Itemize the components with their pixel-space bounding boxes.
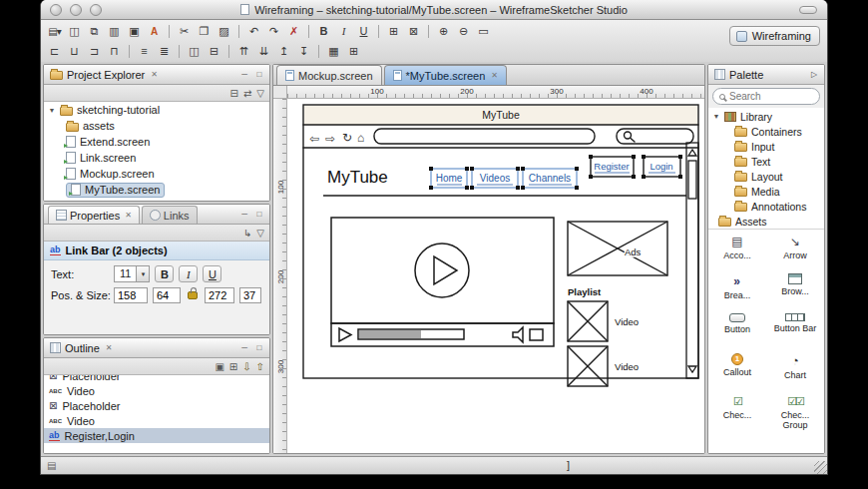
lock-button[interactable]: ⊠ bbox=[404, 23, 423, 40]
palette-tree-library[interactable]: ▼ Library bbox=[708, 109, 824, 124]
palette-item-accordion[interactable]: ▤ Acco... bbox=[708, 234, 766, 273]
maximize-view-button[interactable]: □ bbox=[253, 70, 265, 79]
palette-tree-media[interactable]: Media bbox=[708, 184, 824, 199]
presentation-button[interactable]: ▭ bbox=[474, 23, 493, 40]
nav-link-videos[interactable]: Videos bbox=[480, 173, 510, 184]
outline-item-placeholder[interactable]: ⊠ Placeholder bbox=[44, 375, 269, 383]
zoom-out-button[interactable]: ⊖ bbox=[454, 23, 473, 40]
minimize-view-button[interactable]: ─ bbox=[238, 210, 250, 219]
outline-item-register-login[interactable]: ab Register,Login bbox=[44, 428, 269, 443]
palette-tree-input[interactable]: Input bbox=[708, 139, 824, 154]
tree-item-mockup-screen[interactable]: Mockup.screen bbox=[44, 166, 269, 182]
minimize-view-button[interactable]: ─ bbox=[238, 343, 250, 352]
x-field[interactable] bbox=[114, 287, 148, 303]
copy-button[interactable]: ❐ bbox=[195, 23, 214, 40]
bold-toggle-button[interactable]: B bbox=[155, 265, 174, 282]
perspective-button-wireframing[interactable]: Wireframing bbox=[729, 26, 820, 46]
undo-button[interactable]: ↶ bbox=[244, 23, 263, 40]
width-field[interactable] bbox=[205, 287, 234, 303]
link-with-editor-button[interactable]: ⇄ bbox=[243, 88, 251, 99]
align-left-button[interactable]: ⊏ bbox=[45, 43, 64, 60]
print-button[interactable]: ▥ bbox=[105, 23, 124, 40]
close-icon[interactable]: ✕ bbox=[491, 71, 498, 80]
palette-item-button-bar[interactable]: Button Bar bbox=[766, 313, 824, 353]
maximize-view-button[interactable]: □ bbox=[253, 210, 265, 219]
palette-item-button[interactable]: Button bbox=[708, 313, 766, 353]
nav-link-channels[interactable]: Channels bbox=[529, 173, 571, 184]
palette-tree-assets[interactable]: Assets bbox=[708, 214, 824, 229]
bring-forward-button[interactable]: ⇈ bbox=[234, 43, 253, 60]
tab-palette[interactable]: Palette bbox=[712, 69, 765, 81]
palette-item-checkbox[interactable]: ☑ Chec... bbox=[708, 393, 766, 433]
nav-link-home[interactable]: Home bbox=[436, 173, 463, 184]
palette-tree-layout[interactable]: Layout bbox=[708, 169, 824, 184]
tab-properties[interactable]: Properties ✕ bbox=[48, 206, 140, 224]
mockup-logo-text[interactable]: MyTube bbox=[327, 168, 388, 187]
export-pdf-button[interactable]: A bbox=[145, 23, 164, 40]
close-icon[interactable]: ✕ bbox=[106, 343, 113, 352]
zoom-in-button[interactable]: ⊕ bbox=[434, 23, 453, 40]
list-view-button[interactable]: ⊞ bbox=[229, 361, 237, 372]
thumbnail-view-button[interactable]: ▣ bbox=[215, 361, 223, 372]
match-width-button[interactable]: ◫ bbox=[185, 43, 204, 60]
redo-button[interactable]: ↷ bbox=[264, 23, 283, 40]
palette-tree-containers[interactable]: Containers bbox=[708, 124, 824, 139]
lock-aspect-icon[interactable] bbox=[188, 291, 198, 299]
palette-tree-text[interactable]: Text bbox=[708, 154, 824, 169]
view-menu-button[interactable]: ▽ bbox=[256, 228, 264, 239]
close-icon[interactable]: ✕ bbox=[151, 70, 158, 79]
palette-item-breadcrumb[interactable]: » Brea... bbox=[708, 273, 766, 313]
outline-item-placeholder[interactable]: ⊠ Placeholder bbox=[44, 398, 269, 413]
expand-arrow-icon[interactable]: ▼ bbox=[48, 107, 56, 114]
tree-item-link-screen[interactable]: Link.screen bbox=[44, 150, 269, 166]
palette-item-arrow[interactable]: ↘ Arrow bbox=[766, 234, 824, 273]
pin-view-button[interactable]: ↳ bbox=[243, 228, 251, 239]
tab-links[interactable]: Links bbox=[142, 206, 198, 224]
table-button[interactable]: ⊞ bbox=[344, 43, 363, 60]
palette-item-checkbox-group[interactable]: ☑☑ Chec... Group bbox=[766, 393, 824, 433]
palette-search[interactable] bbox=[712, 88, 820, 105]
delete-button[interactable]: ✗ bbox=[284, 23, 303, 40]
maximize-view-button[interactable]: □ bbox=[253, 343, 265, 352]
italic-toggle-button[interactable]: I bbox=[179, 265, 198, 282]
register-button[interactable]: Register bbox=[594, 161, 629, 172]
minimize-view-button[interactable]: ─ bbox=[238, 70, 250, 79]
distribute-h-button[interactable]: ≡ bbox=[135, 43, 154, 60]
close-window-button[interactable] bbox=[50, 4, 62, 16]
palette-tree-annotations[interactable]: Annotations bbox=[708, 199, 824, 214]
resize-grip[interactable] bbox=[814, 461, 827, 474]
login-button[interactable]: Login bbox=[650, 161, 672, 172]
collapse-all-button[interactable]: ⊟ bbox=[230, 88, 238, 99]
palette-item-browser[interactable]: Brow... bbox=[766, 273, 824, 313]
tree-item-mytube-screen[interactable]: MyTube.screen bbox=[44, 182, 269, 198]
zoom-window-button[interactable] bbox=[90, 4, 102, 16]
export-image-button[interactable]: ▣ bbox=[125, 23, 144, 40]
minimize-window-button[interactable] bbox=[70, 4, 82, 16]
editor-tab-mytube[interactable]: *MyTube.screen ✕ bbox=[384, 65, 507, 85]
align-bottom-button[interactable]: ⊔ bbox=[65, 43, 84, 60]
save-all-button[interactable]: ⧉ bbox=[85, 23, 104, 40]
italic-button[interactable]: I bbox=[334, 23, 353, 40]
tab-outline[interactable]: Outline ✕ bbox=[48, 342, 115, 354]
tree-item-project[interactable]: ▼ sketching-tutorial bbox=[44, 102, 269, 118]
toolbar-toggle-button[interactable] bbox=[799, 6, 817, 14]
close-icon[interactable]: ✕ bbox=[125, 211, 132, 220]
outline-item-video[interactable]: ABC Video bbox=[44, 413, 269, 428]
send-backward-button[interactable]: ⇊ bbox=[254, 43, 273, 60]
palette-item-chart[interactable]: ◔ Chart bbox=[766, 353, 824, 393]
save-button[interactable]: ◫ bbox=[65, 23, 84, 40]
height-field[interactable] bbox=[239, 287, 261, 303]
font-size-combo[interactable]: 11 ▾ bbox=[114, 265, 150, 282]
palette-item-callout[interactable]: 1 Callout bbox=[708, 353, 766, 393]
search-input[interactable] bbox=[729, 91, 809, 102]
raise-button[interactable]: ↥ bbox=[274, 43, 293, 60]
move-down-button[interactable]: ⇩ bbox=[242, 361, 250, 372]
underline-button[interactable]: U bbox=[354, 23, 373, 40]
cut-button[interactable]: ✂ bbox=[175, 23, 194, 40]
outline-item-video[interactable]: ABC Video bbox=[44, 383, 269, 398]
align-right-button[interactable]: ⊐ bbox=[85, 43, 104, 60]
expand-arrow-icon[interactable]: ▼ bbox=[712, 113, 720, 120]
new-wireframe-button[interactable]: ▤▾ bbox=[45, 23, 64, 40]
tree-item-extend-screen[interactable]: Extend.screen bbox=[44, 134, 269, 150]
match-height-button[interactable]: ⊟ bbox=[205, 43, 223, 60]
